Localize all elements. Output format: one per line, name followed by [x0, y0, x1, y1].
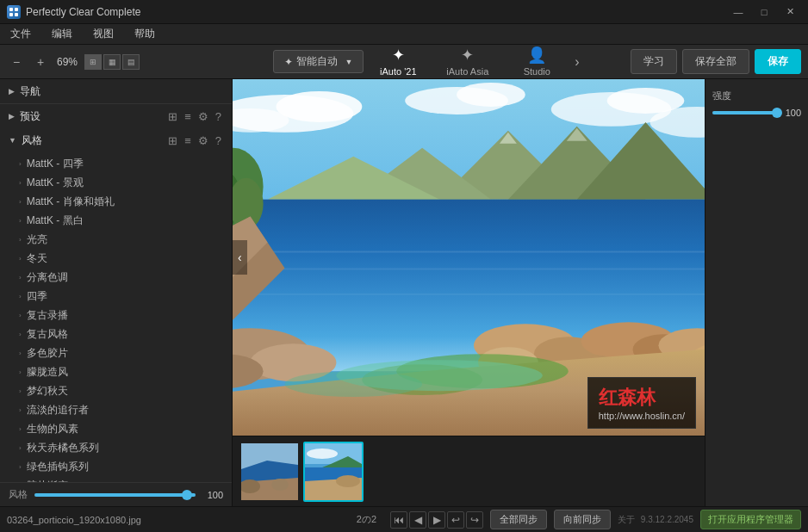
presets-grid-icon[interactable]: ⊞	[166, 110, 179, 123]
watermark-url: http://www.hoslin.cn/	[599, 411, 685, 421]
menu-file[interactable]: 文件	[7, 25, 34, 43]
style-item[interactable]: ›朦胧造风	[0, 362, 232, 381]
style-item[interactable]: ›生物的风素	[0, 419, 232, 438]
intensity-slider[interactable]	[34, 493, 196, 497]
zoom-mode-2[interactable]: ▤	[122, 54, 140, 70]
style-item[interactable]: ›复古录播	[0, 306, 232, 325]
intensity-value: 100	[202, 490, 223, 500]
style-item-arrow-icon: ›	[19, 274, 22, 281]
style-item[interactable]: ›梦幻秋天	[0, 381, 232, 400]
nav-arrow-icon: ▶	[9, 87, 15, 96]
thumbnail-item[interactable]	[239, 442, 300, 502]
auto-button[interactable]: ✦ 智能自动 ▼	[273, 50, 364, 73]
nav-last-button[interactable]: ↩	[447, 511, 464, 529]
style-item-arrow-icon: ›	[19, 217, 22, 225]
style-item[interactable]: ›MattK - 黑白	[0, 211, 232, 230]
right-intensity-value: 100	[780, 108, 801, 118]
sync-forward-button[interactable]: 向前同步	[554, 510, 611, 529]
style-item[interactable]: ›MattK - 景观	[0, 173, 232, 192]
app-title: Perfectly Clear Complete	[26, 6, 727, 18]
maximize-button[interactable]: □	[753, 3, 775, 21]
filename-label: 03264_porticcio_1920x1080.jpg	[7, 515, 343, 525]
style-item[interactable]: ›多色胶片	[0, 343, 232, 362]
style-item[interactable]: ›冬天	[0, 249, 232, 268]
style-item[interactable]: ›光亮	[0, 230, 232, 249]
styles-grid-icon[interactable]: ⊞	[166, 134, 179, 147]
presets-help-icon[interactable]: ?	[214, 110, 223, 123]
style-item[interactable]: ›四季	[0, 287, 232, 306]
svg-point-6	[277, 91, 363, 122]
app-icon	[7, 5, 21, 19]
styles-settings-icon[interactable]: ⚙	[196, 134, 210, 147]
styles-header[interactable]: ▼ 风格 ⊞ ≡ ⚙ ?	[0, 128, 232, 152]
tab-group: ✦ iAuto '21 ✦ iAuto Asia 👤 Studio	[364, 42, 571, 82]
style-item[interactable]: ›MattK - 四季	[0, 154, 232, 173]
style-item[interactable]: ›秋天赤橘色系列	[0, 438, 232, 457]
save-button[interactable]: 保存	[755, 49, 801, 74]
styles-list-icon[interactable]: ≡	[183, 134, 193, 147]
zoom-mode-fit[interactable]: ⊞	[84, 54, 102, 70]
style-item[interactable]: ›绿色插钩系列	[0, 457, 232, 476]
menu-edit[interactable]: 编辑	[48, 25, 76, 43]
nav-header[interactable]: ▶ 导航	[0, 79, 232, 103]
zoom-plus-button[interactable]: +	[31, 53, 50, 71]
menu-help[interactable]: 帮助	[131, 25, 158, 43]
left-panel: ▶ 导航 ▶ 预设 ⊞ ≡ ⚙ ? ▼ 风格 ⊞	[0, 79, 233, 506]
auto-button-label: 智能自动	[296, 54, 338, 69]
intensity-label: 风格	[9, 488, 28, 501]
thumbnail-strip	[233, 436, 705, 506]
style-item-arrow-icon: ›	[19, 293, 22, 300]
nav-prev-button[interactable]: ◀	[409, 511, 426, 529]
style-item[interactable]: ›分离色调	[0, 268, 232, 287]
presets-list-icon[interactable]: ≡	[183, 110, 193, 123]
menu-view[interactable]: 视图	[90, 25, 117, 43]
minimize-button[interactable]: —	[727, 3, 749, 21]
nav-first-button[interactable]: ⏮	[390, 511, 407, 529]
zoom-mode-1[interactable]: ▦	[103, 54, 121, 70]
nav-next-button[interactable]: ▶	[428, 511, 445, 529]
auto-icon: ✦	[284, 56, 293, 68]
auto-chevron-icon: ▼	[345, 58, 352, 66]
style-item-arrow-icon: ›	[19, 444, 22, 452]
toolbar-center: ✦ 智能自动 ▼ ✦ iAuto '21 ✦ iAuto Asia 👤 Stud…	[233, 42, 624, 82]
svg-point-51	[271, 479, 289, 491]
styles-arrow-icon: ▼	[9, 136, 16, 145]
svg-rect-23	[233, 294, 705, 294]
zoom-minus-button[interactable]: −	[7, 53, 26, 71]
styles-help-icon[interactable]: ?	[214, 134, 223, 147]
style-item[interactable]: ›胶片渐变	[0, 476, 232, 482]
tab-studio[interactable]: 👤 Studio	[502, 42, 571, 82]
tab-iautoasia[interactable]: ✦ iAuto Asia	[432, 42, 502, 82]
tab-scroll-right[interactable]: ›	[571, 54, 582, 70]
tab-studio-label: Studio	[524, 66, 550, 77]
sync-all-button[interactable]: 全部同步	[490, 510, 547, 529]
styles-list: ›MattK - 四季›MattK - 景观›MattK - 肖像和婚礼›Mat…	[0, 152, 232, 482]
thumbnail-item[interactable]	[303, 442, 364, 502]
style-item[interactable]: ›复古风格	[0, 325, 232, 343]
presets-arrow-icon: ▶	[9, 112, 15, 121]
style-item[interactable]: ›MattK - 肖像和婚礼	[0, 192, 232, 211]
svg-point-54	[307, 448, 338, 459]
nav-reload-button[interactable]: ↪	[466, 511, 483, 529]
styles-label: 风格	[22, 133, 42, 148]
style-item[interactable]: ›流淡的追行者	[0, 400, 232, 419]
presets-header[interactable]: ▶ 预设 ⊞ ≡ ⚙ ?	[0, 104, 232, 128]
style-item-arrow-icon: ›	[19, 387, 22, 395]
presets-tools: ⊞ ≡ ⚙ ?	[166, 110, 223, 123]
image-left-arrow[interactable]: ‹	[233, 240, 247, 275]
center-area: ‹ 红森林 http://www.hoslin.cn/	[233, 79, 705, 506]
save-all-button[interactable]: 保存全部	[682, 49, 749, 74]
presets-settings-icon[interactable]: ⚙	[196, 110, 210, 123]
statusbar: 03264_porticcio_1920x1080.jpg 2の2 ⏮ ◀ ▶ …	[0, 506, 808, 532]
svg-rect-2	[9, 13, 13, 16]
right-intensity-label: 强度	[712, 90, 801, 102]
right-intensity-slider[interactable]	[712, 111, 777, 114]
style-item-arrow-icon: ›	[19, 406, 22, 414]
tab-iauto21[interactable]: ✦ iAuto '21	[364, 42, 432, 82]
close-button[interactable]: ✕	[779, 3, 801, 21]
style-item-arrow-icon: ›	[19, 463, 22, 471]
toolbar: − + 69% ⊞ ▦ ▤ ✦ 智能自动 ▼ ✦ iAuto '21 ✦ iAu…	[0, 45, 808, 79]
learn-button[interactable]: 学习	[631, 49, 677, 74]
intensity-section: 强度 100	[712, 90, 801, 118]
open-app-manager-button[interactable]: 打开应用程序管理器	[700, 510, 801, 529]
